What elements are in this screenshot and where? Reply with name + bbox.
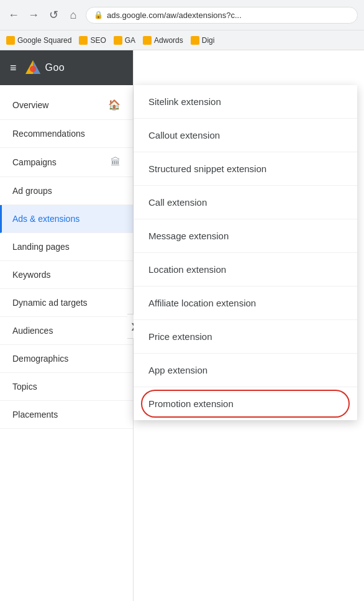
nav-bar: ← → ↺ ⌂ 🔒 ads.google.com/aw/adextensions… <box>0 0 364 30</box>
sidebar-item-overview[interactable]: Overview 🏠 <box>0 90 133 120</box>
building-icon: 🏛 <box>111 157 121 168</box>
address-bar[interactable]: 🔒 ads.google.com/aw/adextensions?c... <box>86 7 358 24</box>
home-button[interactable]: ⌂ <box>66 9 81 22</box>
bookmark-label: Digi <box>202 36 215 45</box>
sidebar-item-label: Ad groups <box>12 186 52 196</box>
bookmark-google-squared[interactable]: Google Squared <box>6 36 71 45</box>
dropdown-item-label: Promotion extension <box>148 398 234 409</box>
bookmark-ga[interactable]: GA <box>114 36 135 45</box>
dropdown-item-label: Location extension <box>148 264 226 275</box>
reload-button[interactable]: ↺ <box>46 8 61 22</box>
sidebar-header: ≡ Goo <box>0 50 133 85</box>
folder-icon <box>191 36 199 45</box>
folder-icon <box>79 36 88 45</box>
sidebar-item-label: Landing pages <box>12 242 70 252</box>
sidebar-item-topics[interactable]: Topics <box>0 373 133 401</box>
bookmark-seo[interactable]: SEO <box>79 36 106 45</box>
dropdown-item-label: Structured snippet extension <box>148 163 266 174</box>
back-button[interactable]: ← <box>6 9 21 22</box>
dropdown-item-callout[interactable]: Callout extension <box>134 119 357 152</box>
bookmark-label: Adwords <box>154 36 183 45</box>
home-icon: 🏠 <box>108 99 121 111</box>
app-title: Goo <box>45 62 65 73</box>
dropdown-item-location[interactable]: Location extension <box>134 253 357 287</box>
google-ads-logo-icon <box>24 59 42 76</box>
sidebar-item-ads-extensions[interactable]: Ads & extensions <box>0 205 133 233</box>
dropdown-item-label: Price extension <box>148 331 212 342</box>
folder-icon <box>6 36 15 45</box>
url-text: ads.google.com/aw/adextensions?c... <box>107 11 242 20</box>
dropdown-item-message[interactable]: Message extension <box>134 219 357 253</box>
sidebar-item-recommendations[interactable]: Recommendations <box>0 120 133 148</box>
dropdown-item-promotion[interactable]: Promotion extension <box>134 387 357 420</box>
sidebar-item-label: Placements <box>12 410 58 420</box>
sidebar-item-label: Demographics <box>12 354 68 364</box>
sidebar-item-label: Topics <box>12 382 37 392</box>
dropdown-item-sitelink[interactable]: Sitelink extension <box>134 85 357 119</box>
dropdown-item-price[interactable]: Price extension <box>134 320 357 354</box>
dropdown-item-label: Callout extension <box>148 130 220 140</box>
sidebar-item-landing-pages[interactable]: Landing pages <box>0 233 133 261</box>
bookmark-label: GA <box>125 36 135 45</box>
sidebar-item-label: Keywords <box>12 270 50 280</box>
dropdown-item-call[interactable]: Call extension <box>134 186 357 219</box>
svg-point-2 <box>30 66 36 72</box>
google-ads-logo: Goo <box>24 59 65 76</box>
app-container: ≡ Goo Overview 🏠 Recommendations Camp <box>0 50 364 601</box>
bookmark-digi[interactable]: Digi <box>191 36 215 45</box>
lock-icon: 🔒 <box>94 11 103 19</box>
dropdown-item-label: Message extension <box>148 231 229 241</box>
extension-dropdown-menu: Sitelink extension Callout extension Str… <box>134 85 357 420</box>
dropdown-item-structured-snippet[interactable]: Structured snippet extension <box>134 152 357 186</box>
bookmarks-bar: Google Squared SEO GA Adwords Digi <box>0 30 364 50</box>
sidebar-item-label: Audiences <box>12 326 53 336</box>
dropdown-item-label: App extension <box>148 365 207 375</box>
sidebar-item-audiences[interactable]: Audiences <box>0 317 133 345</box>
sidebar-item-placements[interactable]: Placements <box>0 401 133 429</box>
bookmark-adwords[interactable]: Adwords <box>143 36 183 45</box>
folder-icon <box>114 36 122 45</box>
dropdown-item-app[interactable]: App extension <box>134 354 357 387</box>
sidebar-item-label: Recommendations <box>12 129 85 139</box>
sidebar-item-label: Overview <box>12 100 48 110</box>
sidebar-item-keywords[interactable]: Keywords <box>0 261 133 289</box>
dropdown-item-affiliate-location[interactable]: Affiliate location extension <box>134 287 357 320</box>
dropdown-item-label: Call extension <box>148 197 207 208</box>
sidebar-item-campaigns[interactable]: Campaigns 🏛 <box>0 148 133 177</box>
hamburger-menu[interactable]: ≡ <box>10 62 17 75</box>
sidebar-item-demographics[interactable]: Demographics <box>0 345 133 373</box>
dropdown-item-label: Affiliate location extension <box>148 298 256 308</box>
bookmark-label: SEO <box>90 36 106 45</box>
sidebar-item-label: Ads & extensions <box>12 214 80 224</box>
forward-button[interactable]: → <box>26 9 41 22</box>
dropdown-item-label: Sitelink extension <box>148 96 221 107</box>
sidebar-item-label: Dynamic ad targets <box>12 298 88 308</box>
sidebar-item-dynamic-ad-targets[interactable]: Dynamic ad targets <box>0 289 133 317</box>
sidebar-item-ad-groups[interactable]: Ad groups <box>0 177 133 205</box>
browser-chrome: ← → ↺ ⌂ 🔒 ads.google.com/aw/adextensions… <box>0 0 364 50</box>
sidebar: ≡ Goo Overview 🏠 Recommendations Camp <box>0 50 134 601</box>
folder-icon <box>143 36 152 45</box>
sidebar-nav: Overview 🏠 Recommendations Campaigns 🏛 A… <box>0 85 133 434</box>
sidebar-item-label: Campaigns <box>12 157 57 167</box>
bookmark-label: Google Squared <box>17 36 71 45</box>
